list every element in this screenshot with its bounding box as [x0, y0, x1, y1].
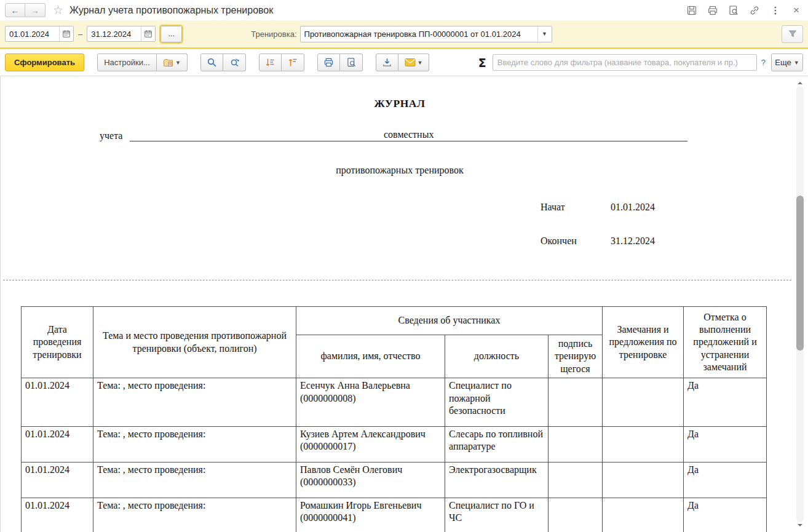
vertical-scrollbar[interactable]	[795, 79, 805, 529]
cell-full-name: Павлов Семён Олегович (0000000033)	[296, 462, 445, 498]
report-variants-button[interactable]: ▼	[157, 54, 188, 71]
cell-topic: Тема: , место проведения:	[93, 378, 296, 426]
cell-signature	[549, 462, 603, 498]
table-row: 01.01.2024 Тема: , место проведения: Пав…	[22, 462, 767, 498]
cell-position: Специалист по ГО и ЧС	[445, 498, 549, 532]
page-magnifier-icon	[728, 5, 739, 16]
header-topic: Тема и место проведения противопожарной …	[93, 307, 296, 378]
autosum-indicator[interactable]: Σ	[478, 56, 486, 69]
forward-button[interactable]: →	[25, 3, 46, 17]
print-report-button[interactable]	[317, 54, 340, 71]
finished-row: Окончен 31.12.2024	[541, 236, 655, 247]
search-icon	[207, 57, 217, 68]
started-value: 01.01.2024	[611, 202, 655, 212]
printer-icon	[323, 57, 334, 68]
report-toolbar: Сформировать Настройки... ▼	[0, 49, 808, 76]
calendar-picker-button[interactable]	[59, 26, 73, 41]
period-to-field	[87, 26, 156, 42]
collapse-groups-icon	[288, 57, 298, 68]
export-group: ▼	[376, 54, 429, 71]
table-row: 01.01.2024 Тема: , место проведения: Есе…	[22, 378, 767, 426]
journal-table-wrapper: Дата проведения тренировки Тема и место …	[21, 306, 767, 532]
back-arrow-icon: ←	[11, 6, 20, 15]
favorite-star-icon[interactable]: ☆	[53, 4, 63, 16]
cell-topic: Тема: , место проведения:	[93, 462, 296, 498]
cell-date: 01.01.2024	[22, 498, 93, 532]
cell-topic: Тема: , место проведения:	[93, 498, 296, 532]
header-signature: подпись тренирующегося	[549, 335, 603, 378]
save-file-button[interactable]	[376, 54, 398, 71]
subtitle-underlined-value: совместных	[130, 129, 687, 141]
cell-completion: Да	[684, 498, 767, 532]
save-button[interactable]	[684, 3, 700, 18]
print-button[interactable]	[705, 3, 721, 18]
header-date: Дата проведения тренировки	[22, 307, 93, 378]
preview-button[interactable]	[726, 3, 742, 18]
cell-signature	[549, 426, 603, 462]
cell-full-name: Кузиев Артем Александрович (0000000017)	[296, 426, 445, 462]
report-spreadsheet-area[interactable]: ЖУРНАЛ учета совместных противопожарных …	[0, 76, 808, 532]
find-button[interactable]	[200, 54, 223, 71]
calendar-picker-button[interactable]	[141, 26, 155, 41]
period-choice-button[interactable]: ...	[160, 26, 182, 42]
training-select-input[interactable]	[300, 26, 552, 42]
cell-full-name: Есенчук Анна Валерьевна (0000000008)	[296, 378, 445, 426]
quick-filter-input[interactable]	[493, 54, 757, 71]
more-menu-button[interactable]: ⋮	[767, 3, 783, 18]
table-row: 01.01.2024 Тема: , место проведения: Куз…	[22, 426, 767, 462]
more-actions-button[interactable]: Еще ▼	[771, 54, 803, 71]
cell-position: Слесарь по топливной аппаратуре	[445, 426, 549, 462]
titlebar-actions: ⋮ ×	[684, 3, 804, 18]
scrollbar-track[interactable]	[796, 86, 804, 522]
settings-button[interactable]: Настройки...	[97, 54, 157, 71]
report-variant-icon	[163, 58, 173, 68]
scrollbar-thumb[interactable]	[796, 196, 804, 351]
cell-full-name: Ромашкин Игорь Евгеньевич (0000000041)	[296, 498, 445, 532]
training-label: Тренировка:	[251, 30, 296, 39]
header-remarks: Замечания и предложения по тренировке	[603, 307, 684, 378]
journal-subtitle-line2: противопожарных тренировок	[21, 165, 778, 176]
title-bar: ← → ☆ Журнал учета противопожарных трени…	[0, 0, 808, 20]
close-button[interactable]: ×	[788, 3, 804, 18]
header-position: должность	[445, 335, 549, 378]
nav-history-group: ← →	[5, 3, 46, 17]
journal-table: Дата проведения тренировки Тема и место …	[21, 306, 767, 532]
cell-remarks	[603, 462, 684, 498]
scroll-down-arrow[interactable]	[798, 524, 802, 529]
find-next-button[interactable]	[223, 54, 246, 71]
cell-signature	[549, 378, 603, 426]
scroll-up-arrow[interactable]	[798, 79, 802, 84]
back-button[interactable]: ←	[5, 3, 25, 17]
print-preview-button[interactable]	[340, 54, 363, 71]
cell-topic: Тема: , место проведения:	[93, 426, 296, 462]
funnel-icon	[788, 29, 798, 39]
send-email-button[interactable]: ▼	[398, 54, 429, 71]
cell-date: 01.01.2024	[22, 378, 93, 426]
journal-title: ЖУРНАЛ	[21, 97, 778, 110]
settings-group: Настройки... ▼	[97, 54, 188, 71]
cell-remarks	[603, 378, 684, 426]
get-link-button[interactable]	[747, 3, 762, 18]
collapse-groups-button[interactable]	[282, 54, 304, 71]
calendar-icon	[144, 30, 152, 38]
chevron-down-icon: ▼	[175, 60, 181, 66]
search-group	[200, 54, 246, 71]
help-link[interactable]: ?	[761, 58, 766, 67]
cell-completion: Да	[684, 462, 767, 498]
chevron-down-icon[interactable]: ▼	[537, 26, 552, 42]
generate-report-button[interactable]: Сформировать	[5, 54, 84, 71]
printer-icon	[707, 5, 718, 16]
envelope-icon	[405, 58, 416, 67]
training-select: ▼	[300, 26, 552, 42]
chevron-down-icon: ▼	[794, 60, 799, 66]
cell-date: 01.01.2024	[22, 462, 93, 498]
header-row-1: Дата проведения тренировки Тема и место …	[22, 307, 767, 335]
header-full-name: фамилия, имя, отчество	[296, 335, 445, 378]
expand-groups-button[interactable]	[259, 54, 282, 71]
cell-signature	[549, 498, 603, 532]
page-magnifier-icon	[346, 57, 357, 68]
period-dash: –	[78, 30, 82, 39]
filter-settings-button[interactable]	[782, 25, 803, 43]
more-actions-label: Еще	[775, 58, 791, 67]
forward-arrow-icon: →	[31, 6, 39, 15]
